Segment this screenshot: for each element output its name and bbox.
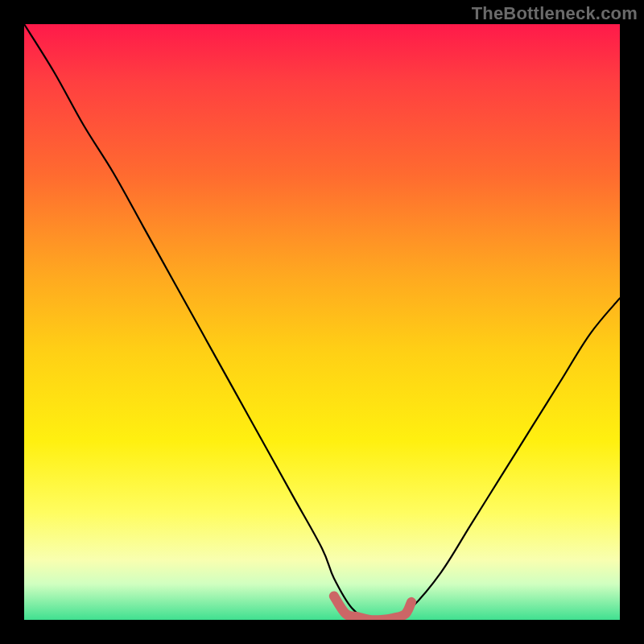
watermark-text: TheBottleneck.com [472,3,638,24]
chart-frame: { "watermark": "TheBottleneck.com", "cha… [0,0,644,644]
bottleneck-curve [24,24,620,620]
curves-svg [24,24,620,620]
plot-area [24,24,620,620]
